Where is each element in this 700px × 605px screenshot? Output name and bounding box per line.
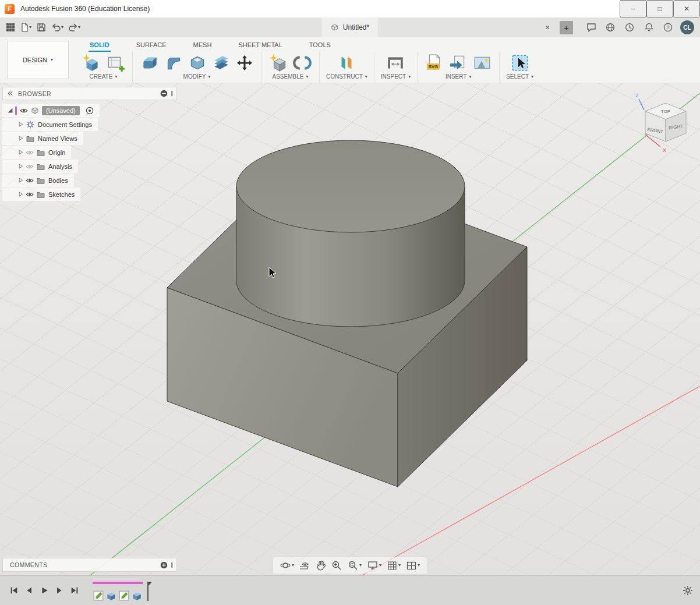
file-menu-button[interactable]: ▾ xyxy=(19,20,33,35)
cylinder-top-face[interactable] xyxy=(236,140,465,232)
group-assemble-label[interactable]: ASSEMBLE ▾ xyxy=(273,73,309,83)
root-document-label[interactable]: (Unsaved) xyxy=(42,106,80,115)
group-insert-label[interactable]: INSERT ▾ xyxy=(446,73,472,83)
group-modify-label[interactable]: MODIFY ▾ xyxy=(183,73,211,83)
new-component-button[interactable] xyxy=(268,52,289,73)
ribbon-tools: CREATE ▾ xyxy=(75,52,700,83)
expand-arrow-icon[interactable] xyxy=(16,148,24,157)
notifications-button[interactable] xyxy=(642,20,656,35)
display-settings-button[interactable]: ▾ xyxy=(367,561,381,570)
create-sketch-button[interactable] xyxy=(105,52,126,73)
recent-activity-button[interactable] xyxy=(623,20,637,35)
timeline-feature-sketch-1[interactable] xyxy=(93,590,104,602)
step-back-button[interactable] xyxy=(22,584,36,597)
fit-button[interactable]: ▾ xyxy=(348,560,362,571)
triangle-right-icon xyxy=(17,163,24,169)
group-create-label[interactable]: CREATE ▾ xyxy=(90,73,118,83)
group-select-label[interactable]: SELECT ▾ xyxy=(506,73,533,83)
timeline-track[interactable] xyxy=(93,579,152,602)
create-solid-button[interactable] xyxy=(81,52,102,73)
timeline-feature-sketch-2[interactable] xyxy=(118,590,130,602)
root-visibility-toggle[interactable] xyxy=(20,107,28,115)
collapse-panel-icon[interactable] xyxy=(6,90,14,97)
save-button[interactable] xyxy=(34,20,48,35)
expand-arrow-icon[interactable] xyxy=(16,176,24,185)
visibility-toggle-off[interactable] xyxy=(26,148,34,157)
browser-item-analysis[interactable]: Analysis xyxy=(2,160,78,173)
zoom-button[interactable] xyxy=(331,560,342,571)
timeline-settings-button[interactable] xyxy=(683,585,693,596)
undo-button[interactable]: ▾ xyxy=(50,20,65,35)
document-tab[interactable]: Untitled* xyxy=(321,17,379,37)
comments-panel[interactable]: COMMENTS xyxy=(2,558,177,572)
new-document-tab-button[interactable]: + xyxy=(560,21,573,34)
pan-button[interactable] xyxy=(316,560,326,571)
timeline-feature-extrude-2[interactable] xyxy=(131,590,143,602)
tab-sheet-metal[interactable]: SHEET METAL xyxy=(237,40,283,52)
tab-mesh[interactable]: MESH xyxy=(192,40,213,52)
panel-grip[interactable] xyxy=(171,562,173,568)
go-to-end-button[interactable] xyxy=(68,584,81,597)
new-component-icon xyxy=(268,53,288,73)
model-body[interactable] xyxy=(167,140,527,487)
step-forward-button[interactable] xyxy=(52,584,66,597)
browser-root-row[interactable]: (Unsaved) xyxy=(2,104,100,117)
measure-button[interactable] xyxy=(385,52,406,73)
minimize-panel-icon[interactable] xyxy=(160,90,168,97)
grid-settings-button[interactable]: ▾ xyxy=(387,561,401,571)
move-copy-button[interactable] xyxy=(235,53,254,73)
fillet-button[interactable] xyxy=(163,52,184,73)
group-construct-label[interactable]: CONSTRUCT ▾ xyxy=(326,73,367,83)
press-pull-button[interactable] xyxy=(139,52,160,73)
help-button[interactable]: ? xyxy=(661,20,675,35)
viewports-button[interactable]: ▾ xyxy=(406,561,420,570)
tab-surface[interactable]: SURFACE xyxy=(135,40,168,52)
activate-component-radio[interactable] xyxy=(86,107,94,115)
browser-item-named-views[interactable]: Named Views xyxy=(2,132,83,145)
group-inspect-label[interactable]: INSPECT ▾ xyxy=(381,73,411,83)
insert-svg-button[interactable]: SVG xyxy=(424,52,445,73)
expand-panel-icon[interactable] xyxy=(160,561,168,569)
expand-arrow-icon[interactable] xyxy=(16,190,24,199)
panel-grip[interactable] xyxy=(171,91,173,96)
offset-face-button[interactable] xyxy=(211,52,232,73)
group-modify: MODIFY ▾ xyxy=(132,52,261,83)
insert-canvas-button[interactable] xyxy=(472,52,493,73)
workspace-switcher-button[interactable]: DESIGN ▾ xyxy=(7,41,69,79)
close-button[interactable]: ✕ xyxy=(673,0,700,17)
select-button[interactable] xyxy=(510,52,531,73)
timeline-feature-extrude-1[interactable] xyxy=(105,590,117,602)
browser-item-sketches[interactable]: Sketches xyxy=(2,187,80,201)
browser-item-bodies[interactable]: Bodies xyxy=(2,174,74,187)
expand-arrow-icon[interactable] xyxy=(16,162,24,171)
root-expand-icon[interactable] xyxy=(6,107,14,115)
browser-item-origin[interactable]: Origin xyxy=(2,146,71,159)
construct-plane-button[interactable] xyxy=(336,52,357,73)
3d-viewport[interactable]: Z X TOP FRONT RIGHT BROWSER xyxy=(0,83,700,575)
go-to-start-button[interactable] xyxy=(7,584,20,597)
insert-derive-button[interactable] xyxy=(448,52,469,73)
redo-button[interactable]: ▾ xyxy=(66,20,82,35)
orbit-button[interactable]: ▾ xyxy=(280,560,294,571)
tab-tools[interactable]: TOOLS xyxy=(308,40,332,52)
visibility-toggle-on[interactable] xyxy=(26,176,34,185)
shell-button[interactable] xyxy=(187,52,208,73)
app-grid-button[interactable] xyxy=(3,20,17,35)
expand-arrow-icon[interactable] xyxy=(16,135,24,143)
maximize-button[interactable]: □ xyxy=(646,0,673,17)
timeline-playhead[interactable] xyxy=(145,582,152,602)
joint-button[interactable] xyxy=(292,52,313,73)
view-cube[interactable]: Z X TOP FRONT RIGHT xyxy=(628,89,698,159)
tab-solid[interactable]: SOLID xyxy=(89,40,111,52)
play-button[interactable] xyxy=(37,584,51,597)
visibility-toggle-on[interactable] xyxy=(26,190,34,199)
visibility-toggle-off[interactable] xyxy=(26,162,34,171)
user-avatar[interactable]: CL xyxy=(680,20,694,34)
close-document-tab-button[interactable]: ✕ xyxy=(542,22,553,33)
comments-button[interactable] xyxy=(584,20,598,35)
expand-arrow-icon[interactable] xyxy=(16,121,24,129)
browser-item-document-settings[interactable]: Document Settings xyxy=(2,118,98,131)
job-status-button[interactable] xyxy=(603,20,617,35)
look-at-button[interactable] xyxy=(300,561,310,570)
minimize-button[interactable]: – xyxy=(620,0,646,17)
